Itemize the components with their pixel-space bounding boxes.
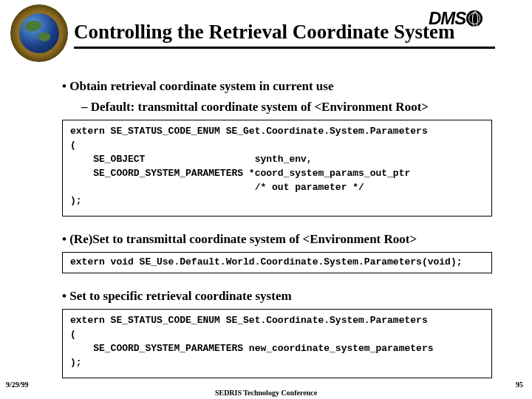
code-block-usedefault: extern void SE_Use.Default.World.Coordin… <box>62 252 492 273</box>
body: • Obtain retrieval coordinate system in … <box>25 62 507 378</box>
header: DMS Controlling the Retrieval Coordinate… <box>25 6 507 62</box>
title-underline <box>74 47 495 49</box>
footer-page: 95 <box>516 381 523 389</box>
footer-date: 9/29/99 <box>6 381 29 389</box>
page-title: Controlling the Retrieval Coordinate Sys… <box>74 21 507 44</box>
sedris-logo-icon <box>10 4 68 62</box>
bullet-2: • (Re)Set to transmittal coordinate syst… <box>62 231 499 248</box>
code-block-get: extern SE_STATUS_CODE_ENUM SE_Get.Coordi… <box>62 120 492 216</box>
footer-center: SEDRIS Technology Conference <box>0 389 532 397</box>
slide: DMS Controlling the Retrieval Coordinate… <box>0 0 532 399</box>
title-block: Controlling the Retrieval Coordinate Sys… <box>74 21 507 49</box>
bullet-1-sub: – Default: transmittal coordinate system… <box>81 99 499 115</box>
bullet-3: • Set to specific retrieval coordinate s… <box>62 288 499 304</box>
code-block-set: extern SE_STATUS_CODE_ENUM SE_Set.Coordi… <box>62 309 492 378</box>
bullet-1: • Obtain retrieval coordinate system in … <box>62 78 499 95</box>
